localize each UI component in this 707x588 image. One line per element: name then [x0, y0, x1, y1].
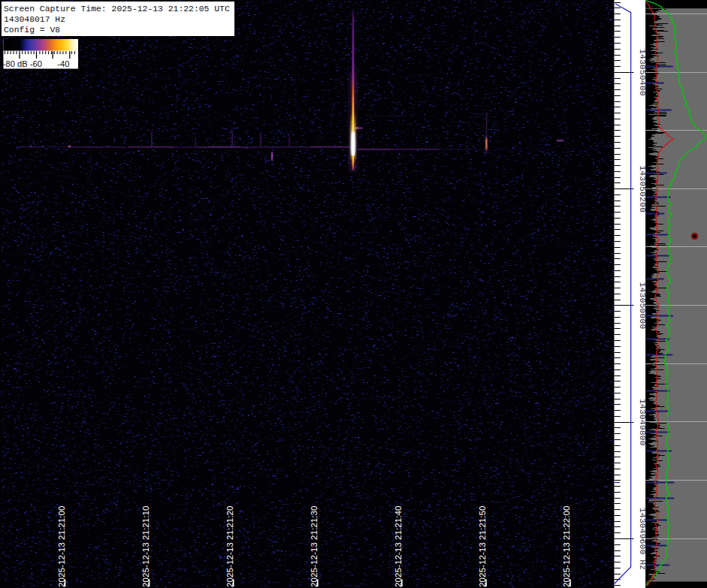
- svg-text:-80 dB -60: -80 dB -60: [3, 59, 42, 68]
- svg-text:Config = V8: Config = V8: [4, 26, 60, 35]
- svg-text:2025-12-13 21:21:10: 2025-12-13 21:21:10: [140, 505, 150, 587]
- svg-text:-40: -40: [57, 59, 69, 68]
- svg-text:2025-12-13 21:21:20: 2025-12-13 21:21:20: [225, 505, 234, 587]
- svg-text:143048017 Hz: 143048017 Hz: [4, 15, 65, 24]
- svg-text:2025-12-13 21:22:00: 2025-12-13 21:22:00: [561, 505, 571, 587]
- svg-text:2025-12-13 21:21:40: 2025-12-13 21:21:40: [393, 505, 403, 587]
- svg-text:Screen Capture Time: 2025-12-1: Screen Capture Time: 2025-12-13 21:22:05…: [4, 5, 230, 14]
- svg-text:2025-12-13 21:21:00: 2025-12-13 21:21:00: [56, 505, 66, 587]
- svg-text:2025-12-13 21:21:30: 2025-12-13 21:21:30: [309, 505, 319, 587]
- svg-text:2025-12-13 21:21:50: 2025-12-13 21:21:50: [477, 505, 487, 587]
